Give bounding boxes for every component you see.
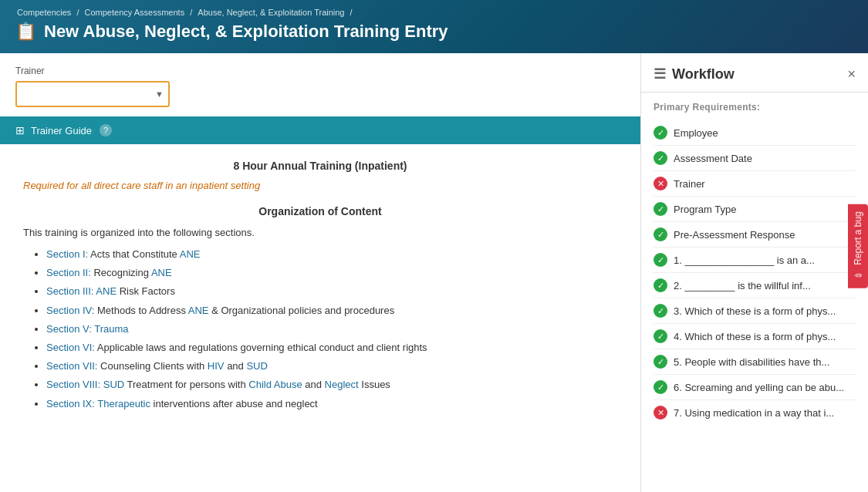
- check-green-icon: ✓: [654, 304, 667, 318]
- workflow-item-text: 6. Screaming and yelling can be abu...: [674, 382, 856, 393]
- workflow-item: ✓5. People with disabilities have th...: [654, 349, 856, 375]
- workflow-header: ☰ Workflow ×: [641, 53, 868, 93]
- check-green-icon: ✓: [654, 151, 667, 165]
- workflow-item: ✓3. Which of these is a form of phys...: [654, 298, 856, 324]
- list-item: Section III: ANE Risk Factors: [46, 285, 617, 298]
- breadcrumb: Competencies / Competency Assessments / …: [15, 8, 853, 17]
- document-content: 8 Hour Annual Training (Inpatient) Requi…: [0, 144, 640, 492]
- workflow-item: ✕7. Using medication in a way that i...: [654, 400, 856, 425]
- workflow-item-text: Employee: [674, 127, 856, 139]
- page-header: Competencies / Competency Assessments / …: [0, 0, 868, 53]
- doc-sections-list: Section I: Acts that Constitute ANESecti…: [23, 248, 617, 411]
- trainer-select-wrapper: ▼: [15, 81, 170, 107]
- workflow-item-text: 5. People with disabilities have th...: [674, 356, 856, 368]
- workflow-item-text: 1. ________________ is an a...: [674, 254, 856, 266]
- workflow-item-text: Program Type: [674, 204, 856, 215]
- workflow-item: ✓1. ________________ is an a...: [654, 248, 856, 273]
- workflow-title: ☰ Workflow: [654, 66, 735, 83]
- trainer-guide-help-icon[interactable]: ?: [100, 124, 112, 136]
- check-green-icon: ✓: [654, 126, 667, 140]
- workflow-item-text: 4. Which of these is a form of phys...: [674, 331, 856, 342]
- doc-subtitle: Required for all direct care staff in an…: [23, 180, 617, 191]
- workflow-item-text: 2. _________ is the willful inf...: [674, 280, 856, 291]
- workflow-item-text: 7. Using medication in a way that i...: [674, 407, 856, 419]
- check-red-icon: ✕: [654, 406, 667, 420]
- list-item: Section VII: Counseling Clients with HIV…: [46, 359, 617, 373]
- workflow-item-text: Assessment Date: [674, 153, 856, 164]
- page-title: New Abuse, Neglect, & Exploitation Train…: [44, 22, 448, 42]
- check-green-icon: ✓: [654, 329, 667, 343]
- list-item: Section I: Acts that Constitute ANE: [46, 248, 617, 261]
- trainer-guide-label: Trainer Guide: [31, 125, 92, 136]
- workflow-items-container: ✓Employee✓Assessment Date✕Trainer✓Progra…: [654, 120, 856, 425]
- workflow-item: ✓Employee: [654, 120, 856, 146]
- content-area: Trainer ▼ ⊞ Trainer Guide ? 8 Hour Annua…: [0, 53, 640, 492]
- doc-section-title: Organization of Content: [23, 205, 617, 217]
- check-green-icon: ✓: [654, 355, 667, 369]
- trainer-label: Trainer: [15, 66, 625, 76]
- doc-intro: This training is organized into the foll…: [23, 227, 617, 238]
- list-item: Section IV: Methods to Address ANE & Org…: [46, 304, 617, 318]
- workflow-item-text: Trainer: [674, 178, 856, 190]
- workflow-close-button[interactable]: ×: [847, 67, 856, 81]
- trainer-guide-expand-icon: ⊞: [15, 124, 25, 136]
- check-red-icon: ✕: [654, 177, 667, 190]
- workflow-item-text: Pre-Assessment Response: [674, 229, 856, 241]
- check-green-icon: ✓: [654, 202, 667, 216]
- check-green-icon: ✓: [654, 278, 667, 292]
- check-green-icon: ✓: [654, 253, 667, 267]
- trainer-section: Trainer ▼: [0, 53, 640, 116]
- workflow-item: ✓4. Which of these is a form of phys...: [654, 324, 856, 349]
- workflow-item: ✓2. _________ is the willful inf...: [654, 273, 856, 298]
- check-green-icon: ✓: [654, 227, 667, 241]
- workflow-title-icon: ☰: [654, 66, 666, 83]
- workflow-item: ✓Assessment Date: [654, 146, 856, 171]
- check-green-icon: ✓: [654, 380, 667, 394]
- list-item: Section II: Recognizing ANE: [46, 266, 617, 280]
- list-item: Section VI: Applicable laws and regulati…: [46, 341, 617, 355]
- trainer-select[interactable]: [15, 81, 170, 107]
- trainer-guide-bar: ⊞ Trainer Guide ?: [0, 116, 640, 144]
- doc-title: 8 Hour Annual Training (Inpatient): [23, 160, 617, 172]
- report-bug-icon: ✏: [853, 270, 863, 281]
- report-bug-label: Report a bug: [853, 211, 863, 265]
- workflow-item: ✓Program Type: [654, 197, 856, 222]
- workflow-item: ✓6. Screaming and yelling can be abu...: [654, 375, 856, 400]
- workflow-item-text: 3. Which of these is a form of phys...: [674, 305, 856, 317]
- list-item: Section IX: Therapeutic interventions af…: [46, 397, 617, 411]
- workflow-panel: ☰ Workflow × Primary Requirements: ✓Empl…: [640, 53, 868, 492]
- workflow-item: ✓Pre-Assessment Response: [654, 222, 856, 248]
- primary-req-label: Primary Requirements:: [654, 102, 856, 113]
- report-bug-button[interactable]: ✏ Report a bug: [848, 204, 868, 288]
- workflow-item: ✕Trainer: [654, 171, 856, 197]
- page-title-icon: 📋: [15, 22, 36, 42]
- workflow-body: Primary Requirements: ✓Employee✓Assessme…: [641, 93, 868, 492]
- list-item: Section V: Trauma: [46, 322, 617, 336]
- list-item: Section VIII: SUD Treatment for persons …: [46, 378, 617, 392]
